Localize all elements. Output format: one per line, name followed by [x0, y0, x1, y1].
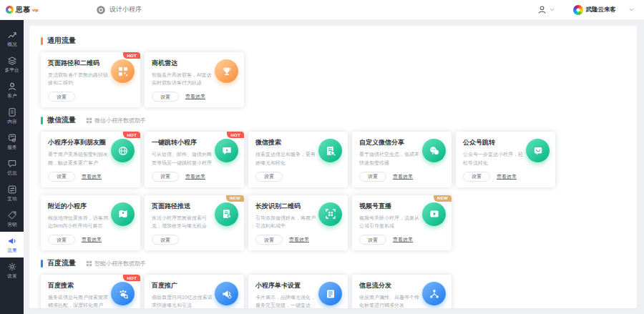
- card-description: 灵活获取各个页面的路径链接和二维码: [48, 71, 112, 87]
- user-menu[interactable]: [537, 5, 555, 14]
- view-effect-link[interactable]: 查看效果: [393, 236, 413, 243]
- official-account-icon: [526, 139, 550, 162]
- sidebar-item-customers[interactable]: 客户: [0, 77, 24, 103]
- main-content: 通用流量HOT页面路径和二维码灵活获取各个页面的路径链接和二维码设置商机雷达智能…: [24, 20, 644, 314]
- interact-icon: [7, 185, 17, 195]
- document-icon: [7, 107, 17, 117]
- card-actions: 设置查看效果: [152, 172, 238, 182]
- logo-icon: [6, 6, 14, 14]
- card-row: HOT页面路径和二维码灵活获取各个页面的路径链接和二维码设置商机雷达智能名片高效…: [41, 52, 625, 107]
- card-actions: 设置查看效果: [48, 172, 134, 182]
- section-wechat: 微信流量微信小程序数据助手HOT小程序分享到朋友圈基于用户关系链裂变到朋友圈，触…: [41, 115, 625, 250]
- wechat-icon: [422, 139, 446, 162]
- feature-card: NEW页面路径推送推送小程序页面被搜索可见，增加收录与曝光机会设置: [145, 195, 244, 250]
- chevron-down-icon: [629, 7, 634, 12]
- settings-button[interactable]: 设置: [48, 235, 75, 245]
- feature-card: 小程序单卡设置卡片展示，品牌曝光强化，服务交互便捷，一键直达设置查看效果: [248, 275, 348, 308]
- data-assistant-label: 智能小程序数据助手: [94, 260, 146, 268]
- settings-button[interactable]: 设置: [255, 235, 283, 245]
- view-effect-link[interactable]: 查看效果: [82, 173, 102, 180]
- sidebar-item-marketing[interactable]: 营销: [0, 206, 24, 232]
- section-baidu: 百度流量智能小程序数据助手HOT百度搜索服务或信息与用户搜索需求精准匹配，深度转…: [41, 258, 625, 308]
- feature-card: 公众号跳转公众号一步直达小程序，轻松导流转化设置查看效果: [456, 132, 555, 187]
- hot-badge: HOT: [123, 52, 140, 59]
- card-description: 服务或信息与用户搜索需求精准匹配，深度转化用户: [48, 293, 112, 308]
- paw-search-icon: [111, 282, 135, 305]
- mini-app-grid-icon: [86, 260, 92, 267]
- card-description: 智能名片高效获客，AI雷达实时获取访客行为轨迹: [152, 71, 215, 87]
- card-actions: 设置: [48, 92, 134, 102]
- feature-card: NEW视频号直播视频号关联小程序，流量从公域引导至私域设置查看效果: [352, 195, 452, 250]
- feature-card: 附近的小程序根据地理位置推荐，访客周边5km内小程序均可展示设置查看效果: [41, 195, 140, 250]
- service-icon: [7, 133, 17, 143]
- view-effect-link[interactable]: 查看效果: [497, 173, 517, 180]
- app-logo[interactable]: 思慕 vip: [6, 5, 74, 15]
- section-title: 通用流量: [47, 36, 76, 46]
- sidebar-item-content[interactable]: 内容: [0, 103, 24, 129]
- view-effect-link[interactable]: 查看效果: [185, 173, 205, 180]
- settings-button[interactable]: 设置: [359, 235, 386, 245]
- settings-button[interactable]: 设置: [152, 92, 179, 102]
- sidebar-item-message[interactable]: 信息: [0, 154, 24, 180]
- settings-button[interactable]: 设置: [152, 235, 179, 245]
- feature-card: HOT百度搜索服务或信息与用户搜索需求精准匹配，深度转化用户设置查看效果: [41, 275, 140, 308]
- new-badge: NEW: [226, 195, 244, 202]
- view-effect-link[interactable]: 查看效果: [393, 173, 413, 180]
- settings-button[interactable]: 设置: [255, 172, 283, 182]
- promo-megaphone-icon: [215, 282, 238, 305]
- card-actions: 设置查看效果: [152, 92, 238, 102]
- data-assistant-link[interactable]: 微信小程序数据助手: [86, 117, 146, 124]
- settings-button[interactable]: 设置: [359, 172, 386, 182]
- layers-icon: [7, 56, 17, 66]
- card-description: 卡片展示，品牌曝光强化，服务交互便捷，一键直达: [255, 293, 319, 308]
- settings-button[interactable]: 设置: [152, 172, 179, 182]
- sidebar-item-label: 客户: [7, 93, 16, 98]
- share-globe-icon: [111, 139, 135, 162]
- card-description: 搜索直达信息和服务，更有效曝光和转化: [255, 150, 319, 166]
- settings-button[interactable]: 设置: [463, 172, 490, 182]
- sidebar-item-platforms[interactable]: 多平台: [0, 51, 24, 77]
- sidebar-item-settings[interactable]: 设置: [0, 257, 24, 283]
- section-header: 微信流量微信小程序数据助手: [41, 115, 625, 125]
- new-badge: NEW: [434, 195, 452, 202]
- feature-card: 微信搜索搜索直达信息和服务，更有效曝光和转化设置: [248, 132, 348, 187]
- section-header: 百度流量智能小程序数据助手: [41, 258, 625, 268]
- section-accent-bar: [41, 260, 43, 268]
- card-actions: 设置查看效果: [359, 235, 445, 245]
- data-assistant-link[interactable]: 智能小程序数据助手: [86, 260, 146, 268]
- doc-search-icon: [318, 139, 342, 162]
- sidebar-item-overview[interactable]: 概况: [0, 26, 24, 51]
- card-description: 视频号关联小程序，流量从公域引导至私域: [359, 214, 423, 230]
- section-title: 微信流量: [47, 115, 76, 125]
- view-effect-link[interactable]: 查看效果: [185, 93, 205, 100]
- section-accent-bar: [41, 37, 43, 45]
- qr-scan-icon: [318, 202, 342, 226]
- gear-icon: [7, 262, 17, 272]
- view-effect-link[interactable]: 查看效果: [289, 236, 309, 243]
- card-description: 基于微信社交生态，低成本快速裂变传播: [359, 150, 423, 166]
- page-title-group: 设计小程序: [96, 5, 142, 15]
- sidebar-item-label: 内容: [7, 119, 16, 124]
- feature-card: 长按识别二维码引导添加微信好友，将用户引流到私域中设置查看效果: [248, 195, 348, 250]
- video-icon: [422, 202, 446, 226]
- sidebar-item-label: 设置: [7, 273, 16, 278]
- section-accent-bar: [41, 117, 43, 124]
- settings-button[interactable]: 设置: [48, 92, 75, 102]
- jump-chat-icon: [215, 139, 238, 162]
- sidebar-item-interact[interactable]: 互动: [0, 180, 24, 206]
- sidebar-item-label: 流量: [7, 247, 16, 252]
- account-menu[interactable]: 武隆云来客: [573, 5, 635, 15]
- sidebar-item-service[interactable]: 服务: [0, 129, 24, 154]
- user-icon: [7, 82, 17, 92]
- doc-link-icon: [215, 202, 238, 226]
- chart-icon: [7, 30, 17, 40]
- card-description: 推送小程序页面被搜索可见，增加收录与曝光机会: [152, 214, 215, 230]
- sidebar-item-traffic[interactable]: 流量: [0, 232, 24, 257]
- person-icon: [537, 5, 547, 14]
- tag-icon: [7, 210, 17, 220]
- feature-card: HOT页面路径和二维码灵活获取各个页面的路径链接和二维码设置: [41, 52, 140, 107]
- account-brand-icon: [573, 5, 583, 15]
- view-effect-link[interactable]: 查看效果: [82, 236, 102, 243]
- settings-button[interactable]: 设置: [48, 172, 75, 182]
- header-right: 武隆云来客: [537, 5, 635, 15]
